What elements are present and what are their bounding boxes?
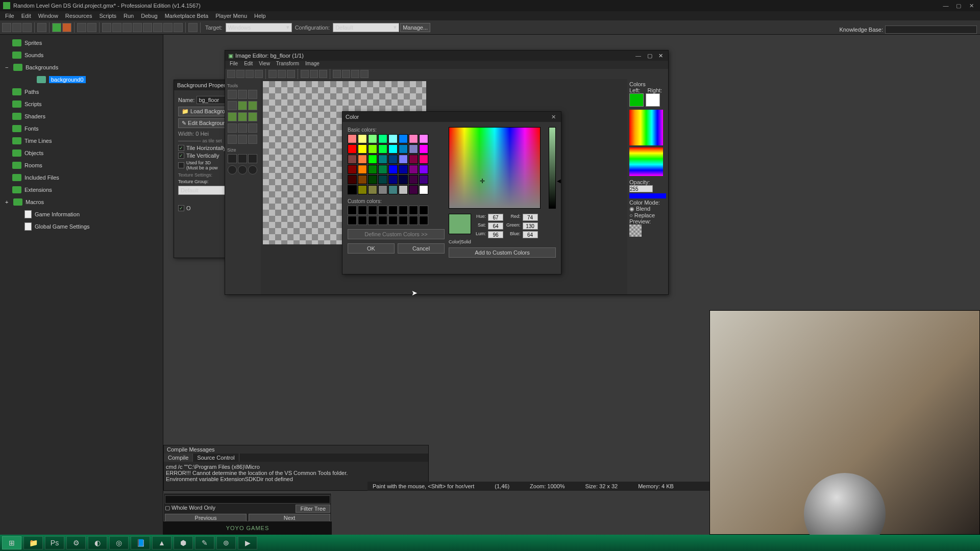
- cancel-button[interactable]: Cancel: [398, 243, 445, 254]
- custom-swatch[interactable]: [348, 206, 357, 215]
- menu-window[interactable]: Window: [35, 13, 61, 19]
- taskbar-app-4[interactable]: ◐: [88, 536, 107, 549]
- prev-button[interactable]: Previous: [165, 514, 247, 522]
- ie-tool-icon[interactable]: [310, 70, 318, 78]
- ie-menu-edit[interactable]: Edit: [241, 61, 255, 69]
- resource-icon[interactable]: [102, 23, 111, 32]
- custom-swatch[interactable]: [378, 216, 387, 225]
- color-swatch[interactable]: [358, 185, 367, 194]
- fill-tool-icon[interactable]: [238, 101, 247, 110]
- color-swatch[interactable]: [368, 185, 377, 194]
- taskbar-app-8[interactable]: ⬢: [174, 536, 193, 549]
- define-colors-button[interactable]: Define Custom Colors >>: [348, 229, 445, 239]
- whole-word-checkbox[interactable]: ▢ Whole Word Only: [165, 505, 215, 513]
- color-swatch[interactable]: [378, 144, 387, 154]
- taskbar-app-0[interactable]: ⊞: [2, 536, 21, 549]
- rect-tool-icon[interactable]: [228, 112, 237, 121]
- open-icon[interactable]: [12, 23, 21, 32]
- color-swatch[interactable]: [378, 165, 387, 174]
- ie-tool-icon[interactable]: [333, 70, 341, 78]
- color-swatch[interactable]: [409, 155, 418, 164]
- menu-player-menu[interactable]: Player Menu: [212, 13, 250, 19]
- color-close-icon[interactable]: ✕: [549, 114, 558, 120]
- ie-tool-icon[interactable]: [255, 70, 263, 78]
- next-button[interactable]: Next: [249, 514, 330, 522]
- resource-icon[interactable]: [163, 23, 173, 32]
- menu-marketplace-beta[interactable]: Marketplace Beta: [162, 13, 212, 19]
- minimize-button[interactable]: —: [940, 3, 951, 9]
- color-swatch[interactable]: [388, 185, 398, 194]
- ie-menu-image[interactable]: Image: [303, 61, 322, 69]
- ok-button[interactable]: OK: [348, 243, 395, 254]
- menu-scripts[interactable]: Scripts: [96, 13, 119, 19]
- color-swatch[interactable]: [409, 165, 418, 174]
- tree-item-sprites[interactable]: Sprites: [24, 40, 42, 46]
- config-dropdown[interactable]: Default▾: [333, 23, 399, 32]
- custom-swatch[interactable]: [348, 216, 357, 225]
- menu-resources[interactable]: Resources: [62, 13, 95, 19]
- wand-tool-icon[interactable]: [238, 135, 247, 144]
- ie-minimize-icon[interactable]: —: [633, 53, 643, 59]
- magnify-tool-icon[interactable]: [248, 123, 257, 133]
- custom-swatch[interactable]: [419, 216, 428, 225]
- right-color-swatch[interactable]: [646, 93, 660, 107]
- taskbar-app-1[interactable]: 📁: [23, 536, 43, 549]
- ie-tool-icon[interactable]: [351, 70, 359, 78]
- opacity-slider[interactable]: [629, 193, 666, 198]
- resource-icon[interactable]: [153, 23, 162, 32]
- color-swatch[interactable]: [419, 175, 428, 184]
- color-swatch[interactable]: [368, 144, 377, 154]
- color-swatch[interactable]: [409, 144, 418, 154]
- color-swatch[interactable]: [399, 165, 408, 174]
- opacity-input[interactable]: [629, 185, 653, 192]
- color-swatch[interactable]: [348, 155, 357, 164]
- blend-radio[interactable]: ◉: [629, 206, 636, 212]
- kb-search-input[interactable]: [885, 26, 977, 34]
- custom-swatch[interactable]: [409, 206, 418, 215]
- menu-debug[interactable]: Debug: [138, 13, 160, 19]
- ie-tool-icon[interactable]: [227, 70, 235, 78]
- expander-icon[interactable]: +: [5, 199, 10, 205]
- size-3[interactable]: [248, 154, 257, 163]
- tree-item-background0[interactable]: background0: [49, 76, 86, 83]
- color-swatch[interactable]: [409, 175, 418, 184]
- color-swatch[interactable]: [348, 134, 357, 143]
- menu-run[interactable]: Run: [120, 13, 137, 19]
- ellipse-tool-icon[interactable]: [238, 112, 247, 121]
- ie-tool-icon[interactable]: [268, 70, 277, 78]
- left-color-swatch[interactable]: [629, 93, 644, 107]
- size-2[interactable]: [238, 154, 247, 163]
- color-swatch[interactable]: [378, 175, 387, 184]
- ie-tool-icon[interactable]: [360, 70, 369, 78]
- ie-menu-file[interactable]: File: [227, 61, 240, 69]
- line-tool-icon[interactable]: [228, 101, 237, 110]
- text-tool-icon[interactable]: [228, 123, 237, 133]
- tile-v-checkbox[interactable]: ✓: [178, 153, 184, 159]
- color-swatch[interactable]: [399, 185, 408, 194]
- custom-swatch[interactable]: [388, 206, 398, 215]
- pencil-tool-icon[interactable]: [228, 90, 237, 99]
- erase-tool-icon[interactable]: [248, 90, 257, 99]
- color-swatch[interactable]: [419, 144, 428, 154]
- replace-radio[interactable]: ○: [629, 212, 634, 218]
- tree-item-time-lines[interactable]: Time Lines: [24, 138, 52, 144]
- run-icon[interactable]: [52, 23, 61, 32]
- color-swatch[interactable]: [388, 134, 398, 143]
- color-swatch[interactable]: [348, 165, 357, 174]
- tree-item-sounds[interactable]: Sounds: [24, 52, 43, 58]
- poly-tool-icon[interactable]: [248, 112, 257, 121]
- resource-icon[interactable]: [174, 23, 183, 32]
- ie-tool-icon[interactable]: [236, 70, 244, 78]
- picker-tool-icon[interactable]: [238, 123, 247, 133]
- ie-tool-icon[interactable]: [278, 70, 286, 78]
- tree-item-global-game-settings[interactable]: Global Game Settings: [35, 223, 90, 230]
- custom-swatch[interactable]: [399, 206, 408, 215]
- color-swatch[interactable]: [358, 155, 367, 164]
- taskbar-app-10[interactable]: ⊚: [216, 536, 236, 549]
- color-swatch[interactable]: [419, 185, 428, 194]
- color-swatch[interactable]: [368, 155, 377, 164]
- tree-item-objects[interactable]: Objects: [24, 150, 43, 156]
- color-swatch[interactable]: [388, 155, 398, 164]
- red-input[interactable]: [523, 214, 538, 221]
- export-icon[interactable]: [37, 23, 46, 32]
